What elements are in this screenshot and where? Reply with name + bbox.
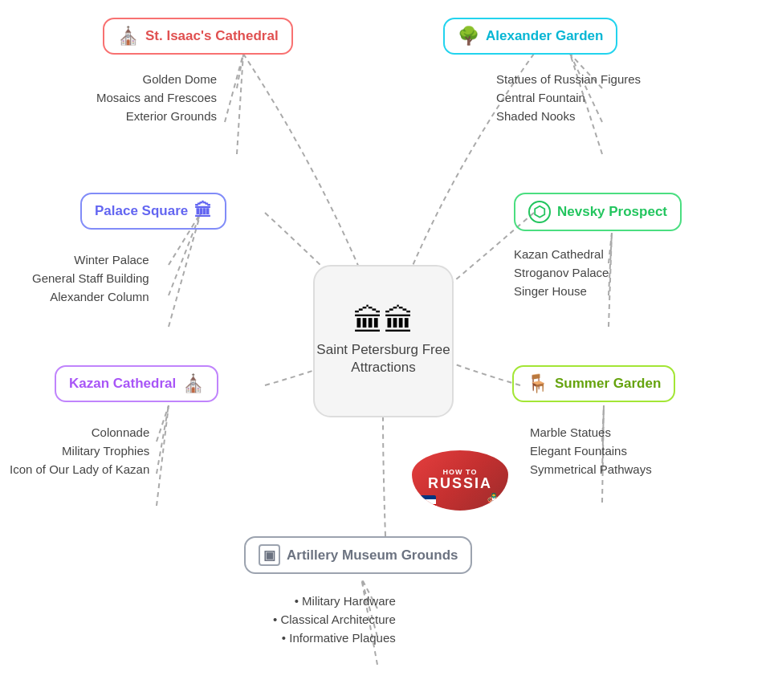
center-icon: 🏛🏛 [353, 306, 414, 336]
stisaac-sub-2: Mosaics and Frescoes [96, 91, 217, 104]
artillery-sub-1: • Military Hardware [273, 594, 396, 608]
summer-sub-3: Symmetrical Pathways [530, 462, 652, 476]
palace-square-box[interactable]: Palace Square 🏛 [80, 193, 226, 230]
artillery-sub-2: • Classical Architecture [273, 612, 396, 626]
alexgarden-sub-3: Shaded Nooks [496, 109, 641, 123]
artillery-subitems: • Military Hardware • Classical Architec… [273, 594, 396, 645]
alexgarden-subitems: Statues of Russian Figures Central Fount… [496, 72, 641, 123]
summer-sub-2: Elegant Fountains [530, 444, 652, 458]
alexander-garden-box[interactable]: 🌳 Alexander Garden [443, 18, 617, 55]
alexgarden-label: Alexander Garden [486, 28, 603, 44]
artillery-sub-3: • Informative Plaques [273, 631, 396, 645]
kazan-sub-3: Icon of Our Lady of Kazan [10, 462, 149, 476]
nevsky-label: Nevsky Prospect [557, 204, 667, 220]
nevsky-box[interactable]: ⬡ Nevsky Prospect [514, 193, 682, 231]
kazan-sub-1: Colonnade [10, 425, 149, 439]
nevsky-sub-1: Kazan Cathedral [514, 247, 609, 261]
kazan-subitems: Colonnade Military Trophies Icon of Our … [10, 425, 149, 476]
nevsky-icon: ⬡ [528, 201, 551, 223]
kazan-label: Kazan Cathedral [69, 376, 176, 392]
artillery-icon: ▣ [259, 544, 280, 566]
stisaac-label: St. Isaac's Cathedral [145, 28, 279, 44]
stisaac-box[interactable]: ⛪ St. Isaac's Cathedral [103, 18, 293, 55]
stisaac-sub-1: Golden Dome [96, 72, 217, 86]
center-text: Saint Petersburg Free Attractions [315, 341, 452, 376]
nevsky-sub-3: Singer House [514, 284, 609, 298]
kazan-icon: ⛪ [182, 373, 204, 394]
palace-label: Palace Square [95, 203, 188, 219]
palace-icon: 🏛 [194, 201, 212, 222]
summer-garden-box[interactable]: 🪑 Summer Garden [512, 365, 675, 402]
stisaac-icon: ⛪ [117, 26, 139, 47]
artillery-box[interactable]: ▣ Artillery Museum Grounds [244, 536, 472, 574]
alexgarden-icon: 🌳 [458, 26, 479, 47]
palace-sub-1: Winter Palace [32, 253, 149, 267]
nevsky-sub-2: Stroganov Palace [514, 266, 609, 279]
summer-subitems: Marble Statues Elegant Fountains Symmetr… [530, 425, 652, 476]
artillery-label: Artillery Museum Grounds [287, 547, 458, 564]
diagram-container: .dashed-line { stroke: #aaa; stroke-widt… [0, 0, 778, 700]
alexgarden-sub-1: Statues of Russian Figures [496, 72, 641, 86]
howtorussia-logo: HOW TO RUSSIA 🪆 [408, 448, 512, 512]
summer-icon: 🪑 [527, 373, 548, 394]
palace-sub-3: Alexander Column [32, 290, 149, 303]
palace-sub-2: General Staff Building [32, 271, 149, 285]
stisaac-subitems: Golden Dome Mosaics and Frescoes Exterio… [96, 72, 217, 123]
center-node: 🏛🏛 Saint Petersburg Free Attractions [313, 265, 454, 417]
alexgarden-sub-2: Central Fountain [496, 91, 641, 104]
summer-label: Summer Garden [555, 376, 661, 392]
summer-sub-1: Marble Statues [530, 425, 652, 439]
nevsky-subitems: Kazan Cathedral Stroganov Palace Singer … [514, 247, 609, 298]
palace-subitems: Winter Palace General Staff Building Ale… [32, 253, 149, 303]
kazan-sub-2: Military Trophies [10, 444, 149, 458]
stisaac-sub-3: Exterior Grounds [96, 109, 217, 123]
kazan-box[interactable]: Kazan Cathedral ⛪ [55, 365, 218, 402]
